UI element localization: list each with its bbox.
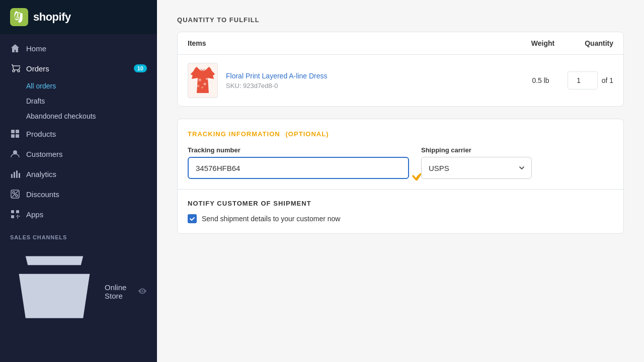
tracking-title-text: TRACKING INFORMATION	[188, 130, 280, 138]
item-sku: SKU: 923d7ed8-0	[226, 82, 501, 89]
sidebar-item-analytics-label: Analytics	[26, 170, 56, 178]
svg-rect-1	[11, 130, 15, 133]
products-icon	[10, 129, 20, 139]
home-icon	[10, 43, 20, 53]
sidebar-header: shopify	[0, 0, 157, 34]
sku-value: 923d7ed8-0	[243, 82, 278, 89]
shipping-carrier-group: Shipping carrier USPS FedEx UPS DHL Othe…	[421, 146, 532, 179]
checkmark-icon	[189, 216, 195, 222]
tracking-number-label: Tracking number	[188, 146, 409, 154]
sidebar-item-home[interactable]: Home	[0, 38, 157, 58]
table-header: Items Weight Quantity	[178, 32, 623, 55]
shopify-logo-icon	[10, 8, 28, 26]
quantity-of: of 1	[602, 76, 613, 84]
online-store-icon	[10, 247, 99, 336]
svg-rect-2	[16, 130, 19, 133]
sidebar-item-discounts[interactable]: Discounts	[0, 184, 157, 204]
apps-icon	[10, 209, 20, 219]
sidebar-item-drafts[interactable]: Drafts	[26, 94, 157, 109]
sidebar-item-apps-label: Apps	[26, 210, 43, 219]
brand-name: shopify	[33, 11, 71, 24]
quantity-card: Items Weight Quantity	[177, 32, 624, 107]
svg-point-21	[197, 85, 200, 87]
tracking-number-input[interactable]	[188, 157, 409, 179]
svg-rect-15	[16, 210, 19, 213]
sku-label: SKU:	[226, 82, 241, 89]
tracking-card: TRACKING INFORMATION (OPTIONAL) Tracking…	[177, 119, 624, 234]
tracking-optional-label: (OPTIONAL)	[285, 130, 329, 138]
sidebar-item-orders[interactable]: Orders 10	[0, 58, 157, 78]
tracking-number-group: Tracking number	[188, 146, 409, 179]
sidebar-item-products-label: Products	[26, 130, 56, 138]
svg-point-19	[201, 86, 203, 88]
orders-subnav: All orders Drafts Abandoned checkouts	[0, 78, 157, 124]
tracking-input-wrap	[188, 157, 409, 179]
tracking-title: TRACKING INFORMATION (OPTIONAL)	[188, 130, 329, 138]
sidebar-item-discounts-label: Discounts	[26, 190, 59, 199]
svg-rect-8	[16, 170, 18, 178]
analytics-icon	[10, 169, 20, 179]
svg-point-10	[13, 192, 15, 194]
carrier-select-wrap: USPS FedEx UPS DHL Other	[421, 157, 532, 179]
svg-rect-4	[16, 134, 19, 138]
svg-point-20	[206, 78, 208, 80]
main-content: QUANTITY TO FULFILL Items Weight Quantit…	[157, 0, 644, 362]
orders-badge: 10	[134, 64, 147, 72]
online-store-label: Online Store	[105, 283, 132, 300]
item-weight: 0.5 lb	[509, 76, 549, 84]
notify-section: NOTIFY CUSTOMER OF SHIPMENT Send shipmen…	[178, 190, 623, 233]
sidebar-item-customers[interactable]: Customers	[0, 144, 157, 164]
sales-channels-row: Online Store	[0, 242, 157, 341]
item-row: Floral Print Layered A-line Dress SKU: 9…	[178, 55, 623, 106]
shipping-carrier-label: Shipping carrier	[421, 146, 532, 154]
sidebar-item-analytics[interactable]: Analytics	[0, 164, 157, 184]
sidebar-item-home-label: Home	[26, 44, 46, 53]
customers-icon	[10, 149, 20, 159]
notify-title: NOTIFY CUSTOMER OF SHIPMENT	[188, 200, 613, 207]
tracking-header: TRACKING INFORMATION (OPTIONAL)	[178, 119, 623, 138]
nav-section-main: Home Orders 10 All orders Drafts Abandon…	[0, 34, 157, 228]
col-quantity-header: Quantity	[585, 39, 613, 47]
sales-channels-label: SALES CHANNELS	[0, 228, 157, 242]
table-header-right: Weight Quantity	[531, 39, 613, 47]
svg-point-11	[16, 195, 18, 197]
svg-rect-0	[10, 8, 28, 26]
orders-icon	[10, 63, 20, 73]
sidebar-item-products[interactable]: Products	[0, 124, 157, 144]
discounts-icon	[10, 189, 20, 199]
online-store-visibility-icon[interactable]	[138, 287, 147, 297]
section-title-quantity: QUANTITY TO FULFILL	[177, 16, 624, 24]
svg-rect-7	[14, 172, 15, 178]
notify-checkbox-row: Send shipment details to your customer n…	[188, 214, 613, 223]
svg-point-17	[198, 78, 201, 81]
svg-rect-3	[11, 134, 15, 138]
tracking-form: Tracking number Shipping carrier USPS Fe…	[178, 146, 623, 189]
shipping-carrier-select[interactable]: USPS FedEx UPS DHL Other	[421, 157, 532, 179]
dress-illustration	[190, 65, 216, 96]
col-items-header: Items	[188, 39, 206, 47]
item-name: Floral Print Layered A-line Dress	[226, 72, 501, 80]
svg-rect-16	[11, 215, 14, 218]
svg-point-18	[204, 83, 206, 85]
quantity-input[interactable]	[568, 71, 598, 89]
svg-rect-6	[11, 174, 13, 178]
item-image	[188, 63, 218, 98]
item-details: Floral Print Layered A-line Dress SKU: 9…	[226, 72, 501, 89]
sidebar-item-all-orders[interactable]: All orders	[26, 78, 157, 94]
svg-rect-9	[19, 173, 20, 178]
sidebar-item-customers-label: Customers	[26, 150, 63, 158]
notify-checkbox[interactable]	[188, 214, 197, 223]
notify-checkbox-label: Send shipment details to your customer n…	[202, 215, 340, 223]
sidebar-item-abandoned-checkouts[interactable]: Abandoned checkouts	[26, 109, 157, 124]
item-quantity-wrap: of 1	[568, 71, 613, 89]
col-weight-header: Weight	[531, 39, 554, 47]
sidebar-item-orders-label: Orders	[26, 64, 49, 73]
sidebar: shopify Home Orders 10 All orders Drafts…	[0, 0, 157, 362]
svg-rect-14	[11, 210, 14, 213]
sidebar-item-apps[interactable]: Apps	[0, 204, 157, 224]
